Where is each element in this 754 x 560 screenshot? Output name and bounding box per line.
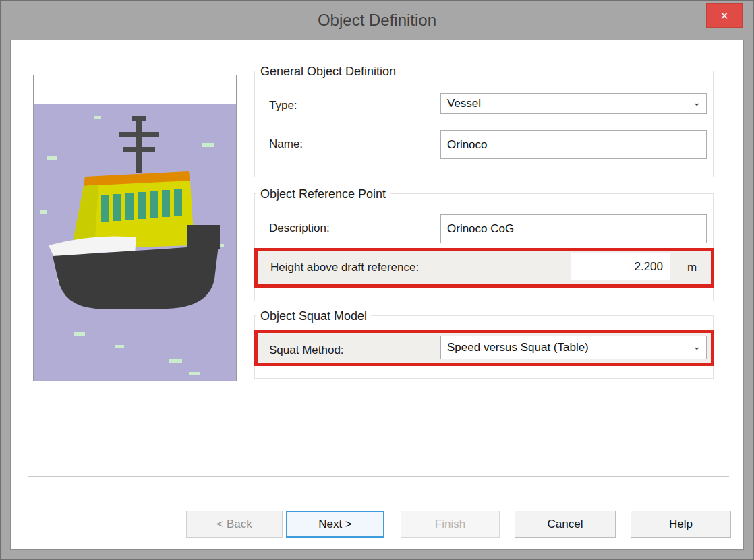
preview-sky <box>34 75 237 104</box>
vessel-preview <box>33 75 237 381</box>
chevron-down-icon: ⌄ <box>693 342 701 351</box>
dialog-title: Object Definition <box>1 1 753 40</box>
vessel-preview-image <box>34 75 237 381</box>
footer-divider <box>28 476 729 477</box>
next-button[interactable]: Next > <box>286 511 384 538</box>
group-general <box>254 71 714 177</box>
squat-method-dropdown[interactable]: Speed versus Squat (Table) ⌄ <box>440 336 707 359</box>
finish-button[interactable]: Finish <box>401 511 500 538</box>
back-button[interactable]: < Back <box>186 511 283 538</box>
cancel-button[interactable]: Cancel <box>515 511 616 538</box>
help-button[interactable]: Help <box>631 511 731 538</box>
squat-method-label: Squat Method: <box>269 344 344 357</box>
object-definition-dialog: Object Definition × <box>0 0 754 560</box>
section-heading-general: General Object Definition <box>256 65 400 79</box>
section-heading-reference: Object Reference Point <box>256 187 390 201</box>
type-dropdown[interactable]: Vessel ⌄ <box>440 93 707 114</box>
close-button[interactable]: × <box>706 3 743 28</box>
title-bar: Object Definition × <box>1 1 753 40</box>
description-label: Description: <box>269 222 330 235</box>
close-icon: × <box>720 8 728 23</box>
height-label: Height above draft reference: <box>270 261 419 274</box>
name-label: Name: <box>269 137 303 151</box>
type-label: Type: <box>269 99 297 113</box>
section-heading-squat: Object Squat Model <box>256 309 371 323</box>
type-dropdown-value: Vessel <box>447 97 481 111</box>
height-input[interactable] <box>571 253 670 280</box>
chevron-down-icon: ⌄ <box>693 98 701 107</box>
name-input[interactable] <box>440 130 707 159</box>
description-input[interactable] <box>440 214 707 243</box>
height-unit-label: m <box>687 261 697 274</box>
squat-method-dropdown-value: Speed versus Squat (Table) <box>447 341 589 354</box>
